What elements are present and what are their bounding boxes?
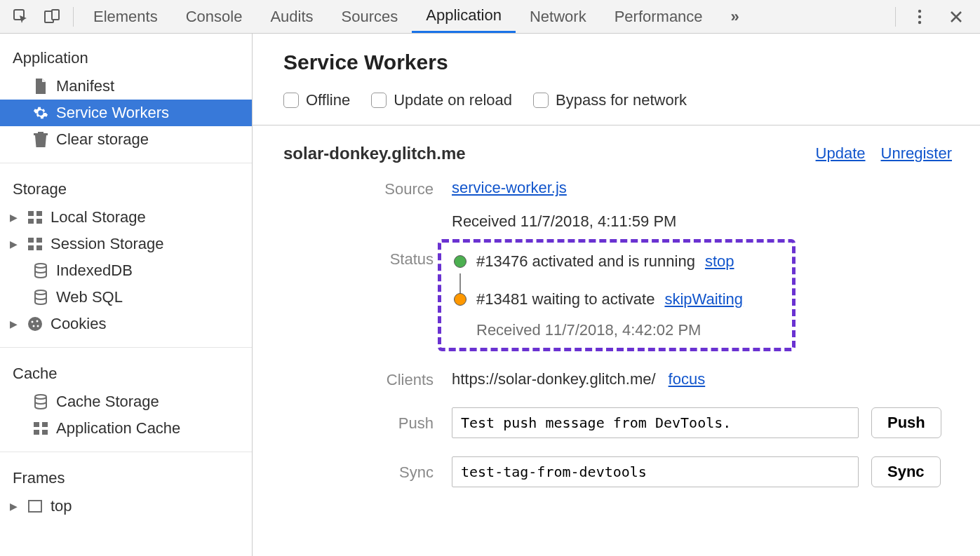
- svg-rect-10: [28, 238, 34, 243]
- devtools-toolbar: Elements Console Audits Sources Applicat…: [0, 0, 980, 34]
- expand-icon[interactable]: ▶: [8, 212, 18, 223]
- bypass-checkbox[interactable]: Bypass for network: [533, 91, 687, 109]
- tab-application[interactable]: Application: [412, 0, 516, 33]
- tab-elements[interactable]: Elements: [79, 0, 172, 33]
- sidebar-item-label: top: [51, 497, 72, 515]
- svg-rect-22: [34, 422, 39, 427]
- source-label: Source: [283, 179, 438, 231]
- document-icon: [32, 79, 49, 94]
- svg-point-18: [36, 320, 39, 323]
- sidebar-section-cache: Cache: [0, 358, 252, 388]
- sidebar-item-manifest[interactable]: Manifest: [0, 73, 252, 100]
- sync-input[interactable]: [452, 456, 859, 487]
- sidebar-item-session-storage[interactable]: ▶ Session Storage: [0, 231, 252, 257]
- database-icon: [32, 290, 49, 305]
- svg-point-4: [918, 15, 921, 18]
- push-button[interactable]: Push: [871, 407, 941, 438]
- status-label: Status: [283, 249, 438, 351]
- sidebar-item-websql[interactable]: Web SQL: [0, 284, 252, 311]
- svg-point-20: [37, 325, 39, 327]
- sidebar-section-frames: Frames: [0, 462, 252, 493]
- frame-icon: [27, 500, 43, 513]
- sidebar-item-cookies[interactable]: ▶ Cookies: [0, 311, 252, 337]
- sidebar-item-cache-storage[interactable]: Cache Storage: [0, 388, 252, 415]
- svg-rect-8: [28, 219, 34, 224]
- sidebar-item-indexeddb[interactable]: IndexedDB: [0, 257, 252, 284]
- panel-tabs: Elements Console Audits Sources Applicat…: [79, 0, 890, 33]
- separator: [73, 7, 74, 27]
- kebab-menu-icon[interactable]: [908, 6, 931, 28]
- svg-rect-6: [28, 211, 34, 216]
- tab-performance[interactable]: Performance: [600, 0, 717, 33]
- status-box: #13476 activated and is running stop #13…: [438, 239, 796, 351]
- application-sidebar: Application Manifest Service Workers Cle…: [0, 34, 253, 556]
- sidebar-item-label: Session Storage: [51, 235, 163, 253]
- push-label: Push: [283, 407, 438, 438]
- svg-rect-25: [42, 430, 48, 435]
- database-icon: [32, 394, 49, 409]
- sidebar-item-label: Local Storage: [51, 208, 146, 226]
- sidebar-section-storage: Storage: [0, 173, 252, 204]
- svg-rect-11: [36, 238, 42, 243]
- sync-button[interactable]: Sync: [871, 456, 941, 487]
- svg-point-5: [918, 20, 921, 23]
- update-on-reload-checkbox[interactable]: Update on reload: [371, 91, 512, 109]
- source-received: Received 11/7/2018, 4:11:59 PM: [452, 212, 952, 231]
- sidebar-item-service-workers[interactable]: Service Workers: [0, 100, 252, 126]
- sidebar-item-application-cache[interactable]: Application Cache: [0, 415, 252, 442]
- sw-origin: solar-donkey.glitch.me: [283, 144, 466, 163]
- stop-link[interactable]: stop: [705, 252, 734, 271]
- grid-icon: [27, 211, 43, 224]
- svg-rect-13: [36, 245, 42, 250]
- svg-rect-26: [29, 501, 41, 512]
- status-active-text: #13476 activated and is running: [476, 252, 695, 271]
- grid-icon: [27, 238, 43, 250]
- sync-label: Sync: [283, 456, 438, 487]
- tab-more[interactable]: »: [717, 0, 753, 33]
- gear-icon: [32, 105, 49, 121]
- expand-icon[interactable]: ▶: [8, 238, 18, 250]
- tab-network[interactable]: Network: [516, 0, 600, 33]
- svg-point-16: [28, 317, 42, 331]
- status-waiting-text: #13481 waiting to activate: [476, 290, 655, 308]
- panel-title: Service Workers: [283, 50, 952, 74]
- cookie-icon: [27, 316, 43, 332]
- update-link[interactable]: Update: [816, 144, 866, 163]
- expand-icon[interactable]: ▶: [8, 318, 18, 330]
- sidebar-item-label: Cookies: [51, 315, 106, 333]
- svg-rect-9: [36, 219, 42, 224]
- tab-audits[interactable]: Audits: [256, 0, 327, 33]
- sidebar-item-top-frame[interactable]: ▶ top: [0, 493, 252, 520]
- expand-icon[interactable]: ▶: [8, 501, 18, 512]
- svg-point-3: [918, 9, 921, 12]
- offline-checkbox[interactable]: Offline: [283, 91, 350, 109]
- svg-point-19: [33, 325, 35, 327]
- push-input[interactable]: [452, 407, 859, 438]
- focus-link[interactable]: focus: [669, 370, 706, 388]
- trash-icon: [32, 132, 49, 147]
- sidebar-item-label: Cache Storage: [56, 393, 159, 411]
- sidebar-item-label: Clear storage: [56, 130, 149, 149]
- tab-sources[interactable]: Sources: [328, 0, 412, 33]
- unregister-link[interactable]: Unregister: [881, 144, 952, 163]
- source-script-link[interactable]: service-worker.js: [452, 179, 567, 196]
- skipwaiting-link[interactable]: skipWaiting: [664, 290, 743, 308]
- sidebar-item-label: Application Cache: [56, 419, 180, 438]
- database-icon: [32, 263, 49, 278]
- clients-label: Clients: [283, 369, 438, 389]
- sidebar-item-local-storage[interactable]: ▶ Local Storage: [0, 204, 252, 231]
- sidebar-item-label: Service Workers: [56, 104, 169, 122]
- tab-console[interactable]: Console: [172, 0, 257, 33]
- sidebar-item-label: IndexedDB: [56, 262, 133, 280]
- svg-point-17: [32, 321, 34, 323]
- svg-rect-2: [52, 10, 59, 20]
- device-toggle-icon[interactable]: [41, 6, 63, 28]
- inspect-icon[interactable]: [10, 6, 32, 28]
- sidebar-item-clear-storage[interactable]: Clear storage: [0, 126, 252, 153]
- separator: [895, 7, 896, 27]
- sw-options: Offline Update on reload Bypass for netw…: [253, 91, 980, 126]
- close-icon[interactable]: [945, 6, 967, 28]
- grid-icon: [32, 422, 49, 435]
- svg-rect-7: [36, 211, 42, 216]
- sidebar-section-application: Application: [0, 42, 252, 73]
